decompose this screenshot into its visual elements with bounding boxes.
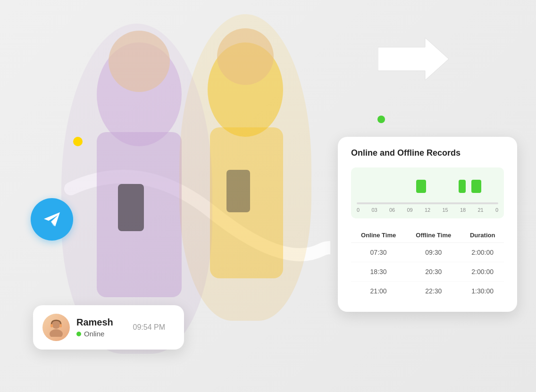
col-offline-time: Offline Time <box>406 228 461 243</box>
online-1: 07:30 <box>351 243 406 262</box>
label-end: 0 <box>495 207 498 213</box>
person-avatar <box>42 314 70 341</box>
person-name: Ramesh <box>76 317 117 328</box>
arrow-decoration <box>378 38 449 80</box>
label-06: 06 <box>389 207 395 213</box>
chart-block-3 <box>471 180 481 193</box>
person-card: Ramesh Online 09:54 PM <box>33 305 184 350</box>
table-row: 07:30 09:30 2:00:00 <box>351 243 504 262</box>
offline-1: 09:30 <box>406 243 461 262</box>
label-15: 15 <box>442 207 448 213</box>
offline-3: 22:30 <box>406 282 461 301</box>
duration-1: 2:00:00 <box>461 243 504 262</box>
label-18: 18 <box>460 207 466 213</box>
online-3: 21:00 <box>351 282 406 301</box>
svg-rect-12 <box>59 324 62 327</box>
chart-block-2 <box>459 180 466 193</box>
green-dot <box>377 116 385 123</box>
label-12: 12 <box>425 207 430 213</box>
telegram-icon[interactable] <box>31 198 73 241</box>
svg-rect-11 <box>50 324 53 327</box>
col-duration: Duration <box>461 228 504 243</box>
online-2: 18:30 <box>351 262 406 282</box>
chart-bars <box>357 175 498 199</box>
yellow-dot <box>73 137 83 146</box>
chart-area: 0 03 06 09 12 15 18 21 0 <box>351 167 504 218</box>
records-card: Online and Offline Records 0 03 06 09 12… <box>338 137 517 312</box>
label-09: 09 <box>407 207 412 213</box>
duration-3: 1:30:00 <box>461 282 504 301</box>
svg-marker-8 <box>378 38 449 80</box>
records-table: Online Time Offline Time Duration 07:30 … <box>351 228 504 300</box>
person-status: Online <box>76 330 117 338</box>
label-0: 0 <box>357 207 360 213</box>
woman-photo <box>61 24 212 354</box>
status-dot <box>76 332 81 336</box>
records-title: Online and Offline Records <box>351 148 504 158</box>
person-info: Ramesh Online <box>76 317 117 338</box>
person-time: 09:54 PM <box>133 323 165 332</box>
offline-2: 20:30 <box>406 262 461 282</box>
status-label: Online <box>84 330 104 338</box>
label-21: 21 <box>477 207 483 213</box>
chart-block-1 <box>416 180 426 193</box>
chart-labels: 0 03 06 09 12 15 18 21 0 <box>357 207 498 213</box>
chart-timeline <box>357 202 498 204</box>
label-03: 03 <box>371 207 377 213</box>
duration-2: 2:00:00 <box>461 262 504 282</box>
svg-point-10 <box>50 329 63 337</box>
col-online-time: Online Time <box>351 228 406 243</box>
table-row: 21:00 22:30 1:30:00 <box>351 282 504 301</box>
table-row: 18:30 20:30 2:00:00 <box>351 262 504 282</box>
